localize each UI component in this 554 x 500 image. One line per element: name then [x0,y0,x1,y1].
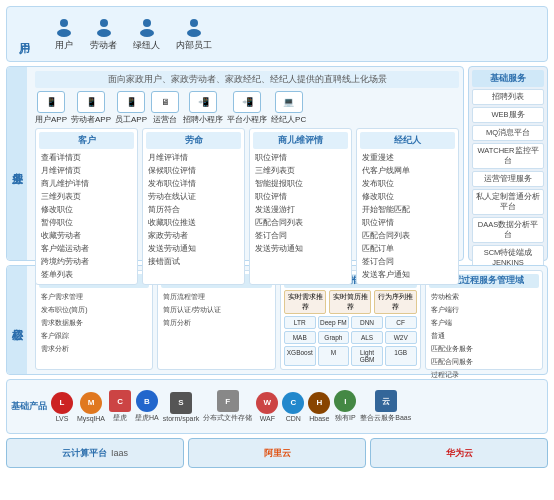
algo-cell: Graph [318,331,350,344]
module-item[interactable]: 收藏劳动者 [39,230,134,242]
module-item[interactable]: 发布职位 [360,178,455,190]
core-item: 需求数据服务 [39,317,149,329]
cdn-icon: C [282,392,304,414]
base-icons-row: L LVS M MysqlHA C 壁虎 B 壁虎HA S storm/sp [51,390,411,423]
module-item[interactable]: 代客户线网单 [360,165,455,177]
app-user: 📱 用户APP [35,91,67,125]
scenario-desc: 面向家政用户、家政劳动者、家政经纪、经纪人提供的直聘线上化场景 [35,71,459,88]
app-icon-broker: 💻 [275,91,303,113]
algo-recommend-item: 行为序列推荐 [374,290,416,314]
core-col-client: 客户子域 客户需求管理 发布职位(简历) 需求数据服务 客户跟踪 需求分析 [35,270,153,370]
module-item[interactable]: 匹配合同列表 [253,217,348,229]
app-icon-platform: 📲 [233,91,261,113]
cloud-aliyun-label: 阿里云 [264,447,291,460]
module-item[interactable]: 匹配订单 [360,243,455,255]
algo-cell: CF [385,316,417,329]
core-item: 简历认证/劳动认证 [161,304,271,316]
baas-label: 整合云服务Baas [360,413,411,423]
module-item[interactable]: 签订合同 [360,256,455,268]
core-col-matching: 匹配过程服务管理域 劳动检索 客户端行 客户端 普通 匹配业务服务 匹配合同服务… [425,270,543,370]
module-item[interactable]: 发送漫游打 [253,204,348,216]
module-item[interactable]: 开始智能匹配 [360,204,455,216]
bihu-label: 壁虎HA [135,413,159,423]
module-item[interactable]: 发布职位详情 [146,178,241,190]
module-col-customer: 客户 查看详情页 月维评情页 商儿维护详情 三维列表页 修改职位 暂停职位 收藏… [35,128,138,285]
module-item[interactable]: 修改职位 [39,204,134,216]
core-item: 客户跟踪 [39,330,149,342]
algo-cell: M [318,346,350,366]
svg-point-1 [57,29,71,37]
user-label-staff: 内部员工 [176,39,212,52]
business-content: 面向家政用户、家政劳动者、家政经纪、经纪人提供的直聘线上化场景 📱 用户APP … [31,67,463,260]
module-item[interactable]: 月维评详情 [146,152,241,164]
right-item: 私人定制普通分析平台 [472,189,544,215]
right-item: 招聘列表 [472,89,544,105]
apps-row: 📱 用户APP 📱 劳动者APP 📱 员工APP 🖥 运营台 [35,91,459,125]
storm-label: storm/spark [163,415,200,422]
right-panel-title: 基础服务 [472,70,544,87]
algo-cell: W2V [385,331,417,344]
app-label-user: 用户APP [35,114,67,125]
module-item[interactable]: 智能提报职位 [253,178,348,190]
base-icon-cache: C 壁虎 [109,390,131,423]
module-item[interactable]: 简历符合 [146,204,241,216]
cloud-huawei-label: 华为云 [446,447,473,460]
module-item[interactable]: 三维列表页 [253,165,348,177]
module-item[interactable]: 商儿维护详情 [39,178,134,190]
module-item[interactable]: 接错面试 [146,256,241,268]
module-item[interactable]: 保候职位评情 [146,165,241,177]
module-col-col2-title: 商儿维评情 [253,132,348,149]
storm-icon: S [170,392,192,414]
app-icon-recruit: 📲 [189,91,217,113]
user-person-icon [54,17,74,37]
module-item[interactable]: 查看详情页 [39,152,134,164]
module-col-col2: 商儿维评情 职位评情 三维列表页 智能提报职位 职位评情 发送漫游打 匹配合同列… [249,128,352,285]
algo-cell: DNN [351,316,383,329]
users-section: 用户 用户 劳动者 绿纽人 [6,6,548,62]
module-item[interactable]: 签单列表 [39,269,134,281]
module-item[interactable]: 职位评情 [360,217,455,229]
right-item: WEB服务 [472,107,544,123]
module-col-broker-title: 经纪人 [360,132,455,149]
user-label-agent: 绿纽人 [133,39,160,52]
module-item[interactable]: 劳动在线认证 [146,191,241,203]
users-section-title: 用户 [15,32,34,36]
cdn-label: CDN [286,415,301,422]
module-item[interactable]: 修改职位 [360,191,455,203]
business-layer-label: 业务层 [7,67,27,260]
hbase-label: Hbase [309,415,329,422]
algo-grid: LTR Deep FM DNN CF MAB Graph ALS W2V XGB… [284,316,417,366]
core-item: 客户端行 [429,304,539,316]
app-label-worker: 劳动者APP [71,114,111,125]
ip-label: 独有IP [335,413,356,423]
mysql-icon: M [80,392,102,414]
module-item[interactable]: 发送客户通知 [360,269,455,281]
module-item[interactable]: 月维评情页 [39,165,134,177]
app-label-recruit: 招聘小程序 [183,114,223,125]
module-item[interactable]: 客户端运动者 [39,243,134,255]
waf-icon: W [256,392,278,414]
module-item[interactable]: 职位评情 [253,152,348,164]
module-item[interactable]: 发重漫述 [360,152,455,164]
app-recruit: 📲 招聘小程序 [183,91,223,125]
app-icon-staff: 📱 [117,91,145,113]
right-item: DAAS数据分析平台 [472,217,544,243]
module-item[interactable]: 签订合同 [253,230,348,242]
module-item[interactable]: 家政劳动者 [146,230,241,242]
module-item[interactable]: 跨境约劳动者 [39,256,134,268]
module-item[interactable]: 收藏职位推送 [146,217,241,229]
right-item: 运营管理服务 [472,171,544,187]
module-item[interactable]: 三维列表页 [39,191,134,203]
module-item[interactable]: 发送劳动通知 [253,243,348,255]
module-item[interactable]: 匹配合同列表 [360,230,455,242]
base-products-label: 基础产品 [11,400,47,413]
waf-label: WAF [260,415,275,422]
module-item[interactable]: 职位评情 [253,191,348,203]
app-label-platform: 平台小程序 [227,114,267,125]
core-item: 简历分析 [161,317,271,329]
app-worker: 📱 劳动者APP [71,91,111,125]
module-item[interactable]: 发送劳动通知 [146,243,241,255]
right-item: MQ消息平台 [472,125,544,141]
module-item[interactable]: 暂停职位 [39,217,134,229]
core-item: 简历流程管理 [161,291,271,303]
